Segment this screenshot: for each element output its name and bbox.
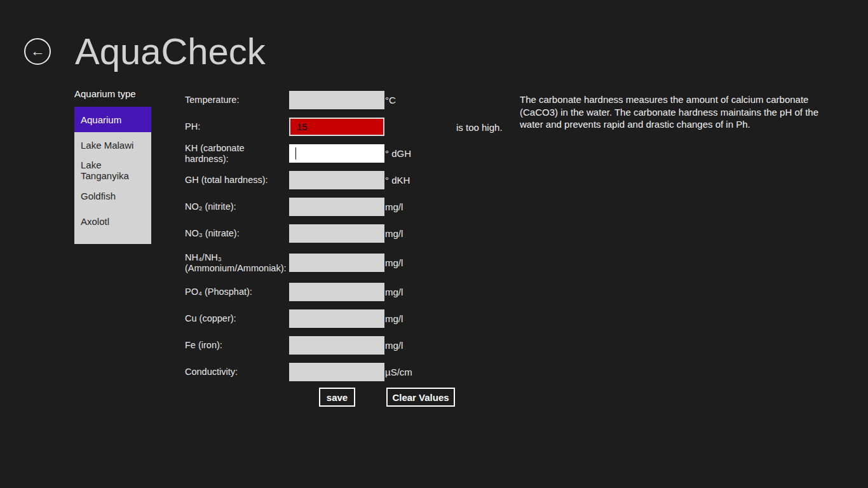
po4-unit-label: mg/l <box>385 287 403 297</box>
no2-unit-label: mg/l <box>385 201 403 212</box>
fe-label: Fe (iron): <box>185 340 289 351</box>
po4-label: PO₄ (Phosphat): <box>185 287 289 297</box>
gh-label: GH (total hardness): <box>185 175 289 186</box>
ph-validation-message: is too high. <box>456 121 503 132</box>
no3-input[interactable] <box>289 224 384 243</box>
form-row-no3: NO₃ (nitrate): mg/l <box>185 224 528 243</box>
fe-input[interactable] <box>289 336 384 355</box>
ph-input[interactable]: 15 <box>289 118 384 136</box>
aquarium-type-listbox: Aquarium Lake Malawi Lake Tanganyika Gol… <box>74 107 151 244</box>
form-row-ph: PH: 15 is too high. <box>185 118 528 136</box>
no3-label: NO₃ (nitrate): <box>185 228 289 239</box>
form-row-po4: PO₄ (Phosphat): mg/l <box>185 283 528 301</box>
text-caret <box>295 147 296 159</box>
form-row-conductivity: Conductivity: µS/cm <box>185 363 528 381</box>
gh-input[interactable] <box>289 171 384 189</box>
kh-unit-label: ° dGH <box>385 148 411 159</box>
app-window: ← AquaCheck Aquarium type Aquarium Lake … <box>0 0 868 488</box>
kh-label: KH (carbonate hardness): <box>185 143 289 165</box>
list-item-aquarium[interactable]: Aquarium <box>74 107 151 132</box>
no2-label: NO₂ (nitrite): <box>185 201 289 212</box>
form-row-nh4-nh3: NH₄/NH₃ (Ammonium/Ammoniak): mg/l <box>185 254 528 272</box>
clear-values-button[interactable]: Clear Values <box>386 388 455 407</box>
nh4-nh3-unit-label: mg/l <box>385 257 403 268</box>
kh-input[interactable] <box>289 144 384 163</box>
no2-input[interactable] <box>289 198 384 216</box>
list-item-axolotl[interactable]: Axolotl <box>74 208 151 234</box>
form-row-fe: Fe (iron): mg/l <box>185 336 528 355</box>
cu-input[interactable] <box>289 309 384 328</box>
temperature-input[interactable] <box>289 91 384 109</box>
back-button[interactable]: ← <box>24 38 51 65</box>
nh4-nh3-label: NH₄/NH₃ (Ammonium/Ammoniak): <box>185 252 289 274</box>
list-item-lake-malawi[interactable]: Lake Malawi <box>74 132 151 158</box>
page-title: AquaCheck <box>75 31 266 72</box>
fe-unit-label: mg/l <box>385 340 403 351</box>
form-row-temperature: Temperature: °C <box>185 91 528 109</box>
no3-unit-label: mg/l <box>385 228 403 239</box>
temperature-unit-label: °C <box>385 95 396 105</box>
temperature-label: Temperature: <box>185 95 289 105</box>
nh4-nh3-input[interactable] <box>289 254 384 272</box>
form-row-gh: GH (total hardness): ° dKH <box>185 171 528 189</box>
list-item-lake-tanganyika[interactable]: Lake Tanganyika <box>74 158 151 183</box>
form-row-no2: NO₂ (nitrite): mg/l <box>185 198 528 216</box>
cu-unit-label: mg/l <box>385 313 403 324</box>
gh-unit-label: ° dKH <box>385 175 410 186</box>
carbonate-hardness-info-text: The carbonate hardness measures the amou… <box>520 93 840 131</box>
conductivity-label: Conductivity: <box>185 367 289 377</box>
form-row-cu: Cu (copper): mg/l <box>185 309 528 328</box>
aquarium-type-label: Aquarium type <box>74 88 136 99</box>
back-arrow-icon: ← <box>31 44 45 58</box>
save-button[interactable]: save <box>319 388 355 407</box>
po4-input[interactable] <box>289 283 384 301</box>
cu-label: Cu (copper): <box>185 313 289 324</box>
list-item-goldfish[interactable]: Goldfish <box>74 183 151 208</box>
conductivity-unit-label: µS/cm <box>385 367 412 377</box>
conductivity-input[interactable] <box>289 363 384 381</box>
ph-label: PH: <box>185 121 289 132</box>
form-row-kh: KH (carbonate hardness): ° dGH <box>185 144 528 163</box>
